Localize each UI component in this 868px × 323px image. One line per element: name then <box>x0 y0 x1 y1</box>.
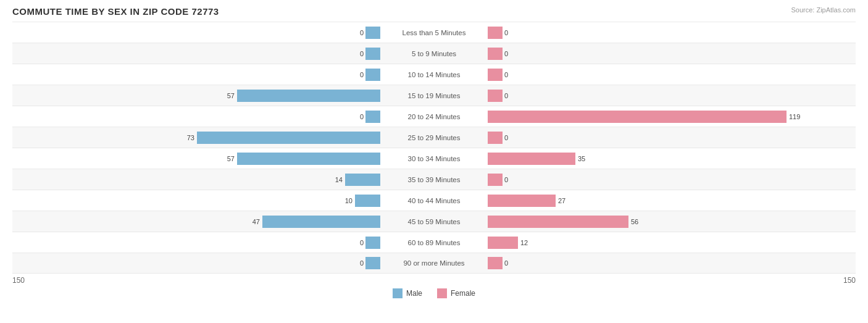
table-row: 05 to 9 Minutes0 <box>12 43 856 64</box>
female-bar-zero <box>488 69 503 81</box>
female-value-zero: 0 <box>503 29 510 36</box>
legend-area: Male Female <box>12 288 856 298</box>
female-bar <box>488 216 628 228</box>
female-value-zero: 0 <box>503 176 510 183</box>
axis-right: 150 <box>843 276 856 285</box>
legend-male-box <box>393 288 403 298</box>
table-row: 020 to 24 Minutes119 <box>12 106 856 127</box>
female-value: 56 <box>631 218 638 225</box>
female-bar-zero <box>488 48 503 60</box>
right-section: 27 <box>485 190 856 211</box>
male-bar-zero <box>365 111 380 123</box>
left-section: 14 <box>12 169 383 190</box>
female-value-zero: 0 <box>503 134 510 141</box>
table-row: 060 to 89 Minutes12 <box>12 232 856 253</box>
male-value: 10 <box>345 197 353 204</box>
row-label: 90 or more Minutes <box>383 259 485 267</box>
axis-labels: 150 150 <box>12 276 856 285</box>
female-value: 27 <box>558 197 565 204</box>
left-section: 0 <box>12 43 383 64</box>
female-bar-zero <box>488 90 503 102</box>
table-row: 1040 to 44 Minutes27 <box>12 190 856 211</box>
chart-container: COMMUTE TIME BY SEX IN ZIP CODE 72773 So… <box>0 0 868 323</box>
female-bar-zero <box>488 27 503 39</box>
left-section: 10 <box>12 190 383 211</box>
female-bar <box>488 195 556 207</box>
male-bar <box>345 174 380 186</box>
male-bar <box>197 132 380 144</box>
left-section: 47 <box>12 211 383 232</box>
chart-title: COMMUTE TIME BY SEX IN ZIP CODE 72773 <box>12 6 856 17</box>
female-value-zero: 0 <box>503 92 510 99</box>
female-value-zero: 0 <box>503 259 510 267</box>
axis-left: 150 <box>12 276 25 285</box>
rows-area: 0Less than 5 Minutes005 to 9 Minutes0010… <box>12 22 856 274</box>
female-bar <box>488 153 575 165</box>
female-bar-zero <box>488 257 503 269</box>
row-label: 15 to 19 Minutes <box>383 92 485 99</box>
female-value: 35 <box>578 155 585 162</box>
source-label: Source: ZipAtlas.com <box>791 6 856 14</box>
table-row: 0Less than 5 Minutes0 <box>12 22 856 43</box>
right-section: 0 <box>485 85 856 106</box>
right-section: 0 <box>485 253 856 273</box>
legend-male-label: Male <box>406 289 422 298</box>
row-label: 5 to 9 Minutes <box>383 50 485 57</box>
table-row: 5715 to 19 Minutes0 <box>12 85 856 106</box>
female-value-zero: 0 <box>503 71 510 78</box>
row-label: 40 to 44 Minutes <box>383 197 485 204</box>
female-value-zero: 0 <box>503 50 510 57</box>
left-section: 57 <box>12 148 383 169</box>
male-value: 73 <box>187 134 194 141</box>
male-value-zero: 0 <box>358 113 365 120</box>
row-label: 35 to 39 Minutes <box>383 176 485 183</box>
legend-female-box <box>437 288 447 298</box>
female-bar <box>488 237 518 249</box>
male-bar-zero <box>365 237 380 249</box>
female-bar <box>488 111 787 123</box>
table-row: 4745 to 59 Minutes56 <box>12 211 856 232</box>
left-section: 0 <box>12 232 383 253</box>
female-value: 119 <box>789 113 800 120</box>
male-value-zero: 0 <box>358 50 365 57</box>
right-section: 0 <box>485 22 856 43</box>
left-section: 0 <box>12 22 383 43</box>
male-value-zero: 0 <box>358 259 365 267</box>
male-value: 57 <box>227 155 235 162</box>
male-bar <box>237 90 380 102</box>
left-section: 73 <box>12 127 383 148</box>
male-bar-zero <box>365 257 380 269</box>
right-section: 119 <box>485 106 856 127</box>
female-bar-zero <box>488 132 503 144</box>
male-bar-zero <box>365 69 380 81</box>
male-bar-zero <box>365 27 380 39</box>
row-label: 30 to 34 Minutes <box>383 155 485 162</box>
male-value-zero: 0 <box>358 71 365 78</box>
left-section: 57 <box>12 85 383 106</box>
legend-female: Female <box>437 288 475 298</box>
male-value-zero: 0 <box>358 29 365 36</box>
row-label: 25 to 29 Minutes <box>383 134 485 141</box>
right-section: 0 <box>485 127 856 148</box>
right-section: 0 <box>485 64 856 85</box>
table-row: 1435 to 39 Minutes0 <box>12 169 856 190</box>
legend-female-label: Female <box>451 289 475 298</box>
row-label: 10 to 14 Minutes <box>383 71 485 78</box>
right-section: 56 <box>485 211 856 232</box>
male-bar <box>355 195 380 207</box>
table-row: 5730 to 34 Minutes35 <box>12 148 856 169</box>
row-label: Less than 5 Minutes <box>383 29 485 36</box>
right-section: 35 <box>485 148 856 169</box>
right-section: 0 <box>485 43 856 64</box>
table-row: 7325 to 29 Minutes0 <box>12 127 856 148</box>
right-section: 12 <box>485 232 856 253</box>
female-bar-zero <box>488 174 503 186</box>
table-row: 010 to 14 Minutes0 <box>12 64 856 85</box>
table-row: 090 or more Minutes0 <box>12 253 856 274</box>
male-bar-zero <box>365 48 380 60</box>
male-value: 47 <box>252 218 260 225</box>
row-label: 60 to 89 Minutes <box>383 239 485 246</box>
row-label: 45 to 59 Minutes <box>383 218 485 225</box>
left-section: 0 <box>12 253 383 273</box>
left-section: 0 <box>12 106 383 127</box>
